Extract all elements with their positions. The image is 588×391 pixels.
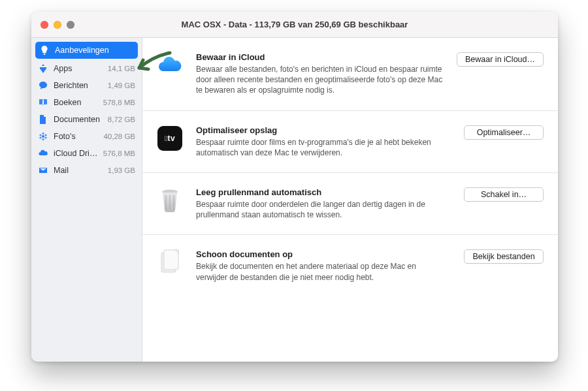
sidebar-item-label: Aanbevelingen	[55, 46, 129, 55]
section-title: Schoon documenten op	[196, 249, 444, 259]
section-description: Bespaar ruimte door onderdelen die lange…	[196, 199, 444, 220]
section-optimize-storage: tv Optimaliseer opslag Bespaar ruimte d…	[142, 111, 558, 173]
sidebar-item-value: 14,1 GB	[108, 65, 135, 72]
minimize-window-button[interactable]	[54, 21, 61, 29]
svg-point-6	[39, 134, 41, 136]
review-files-button[interactable]: Bekijk bestanden	[464, 249, 544, 264]
sidebar-item-value: 8,72 GB	[108, 116, 135, 123]
cloud-icon	[38, 148, 48, 159]
section-description: Bespaar ruimte door films en tv-programm…	[196, 137, 444, 158]
trash-icon	[157, 187, 183, 213]
sidebar-item-label: Documenten	[54, 115, 103, 124]
svg-point-0	[42, 135, 44, 138]
section-title: Leeg prullenmand automatisch	[196, 187, 444, 197]
svg-point-4	[42, 138, 44, 140]
svg-point-1	[42, 133, 44, 134]
section-title: Bewaar in iCloud	[196, 52, 444, 62]
window-title: MAC OSX - Data - 113,79 GB van 250,69 GB…	[31, 20, 558, 29]
icloud-drive-app-icon	[157, 52, 183, 78]
sidebar-item-documents[interactable]: Documenten 8,72 GB	[31, 111, 142, 128]
sidebar-item-messages[interactable]: Berichten 1,49 GB	[31, 77, 142, 94]
section-title: Optimaliseer opslag	[196, 125, 444, 135]
storage-management-window: MAC OSX - Data - 113,79 GB van 250,69 GB…	[31, 12, 558, 362]
lightbulb-icon	[39, 45, 50, 55]
svg-point-3	[44, 136, 46, 138]
close-window-button[interactable]	[41, 21, 48, 29]
sidebar: Aanbevelingen Apps 14,1 GB Berichten 1,4…	[31, 38, 142, 362]
turn-on-empty-trash-button[interactable]: Schakel in…	[464, 187, 544, 202]
appletv-app-icon: tv	[157, 125, 183, 151]
section-description: Bewaar alle bestanden, foto's en bericht…	[196, 64, 444, 96]
zoom-window-button[interactable]	[67, 21, 74, 29]
sidebar-item-label: Mail	[54, 166, 103, 175]
document-icon	[38, 114, 48, 125]
sidebar-item-books[interactable]: Boeken 578,8 MB	[31, 94, 142, 111]
sidebar-item-apps[interactable]: Apps 14,1 GB	[31, 60, 142, 77]
section-reduce-clutter: Schoon documenten op Bekijk de documente…	[142, 235, 558, 296]
svg-point-2	[44, 134, 46, 136]
sidebar-item-label: Apps	[54, 64, 103, 73]
documents-stack-icon	[157, 249, 183, 275]
section-store-in-icloud: Bewaar in iCloud Bewaar alle bestanden, …	[142, 38, 558, 111]
sidebar-item-recommendations[interactable]: Aanbevelingen	[35, 42, 138, 59]
mail-icon	[38, 165, 48, 176]
window-controls	[31, 21, 74, 29]
sidebar-item-value: 576,8 MB	[103, 149, 135, 157]
speech-bubble-icon	[38, 80, 48, 91]
svg-point-5	[39, 136, 41, 138]
photos-icon	[38, 131, 48, 142]
sidebar-item-label: iCloud Drive	[54, 149, 98, 158]
section-empty-trash: Leeg prullenmand automatisch Bespaar rui…	[142, 173, 558, 235]
sidebar-item-photos[interactable]: Foto's 40,28 GB	[31, 128, 142, 145]
recommendations-pane: Bewaar in iCloud Bewaar alle bestanden, …	[142, 38, 558, 362]
book-icon	[38, 97, 48, 108]
section-description: Bekijk de documenten en het andere mater…	[196, 261, 444, 282]
sidebar-item-label: Berichten	[54, 81, 103, 90]
sidebar-item-value: 1,93 GB	[108, 166, 135, 174]
sidebar-item-mail[interactable]: Mail 1,93 GB	[31, 162, 142, 179]
sidebar-item-label: Boeken	[54, 98, 98, 107]
sidebar-item-label: Foto's	[54, 132, 98, 141]
sidebar-item-value: 40,28 GB	[103, 133, 135, 140]
optimize-storage-button[interactable]: Optimaliseer…	[464, 125, 544, 140]
store-in-icloud-button[interactable]: Bewaar in iCloud…	[457, 52, 544, 67]
apps-icon	[38, 63, 48, 74]
titlebar: MAC OSX - Data - 113,79 GB van 250,69 GB…	[31, 12, 558, 38]
sidebar-item-icloud-drive[interactable]: iCloud Drive 576,8 MB	[31, 145, 142, 162]
sidebar-item-value: 1,49 GB	[108, 82, 135, 89]
sidebar-item-value: 578,8 MB	[103, 99, 135, 106]
svg-rect-9	[164, 250, 178, 270]
